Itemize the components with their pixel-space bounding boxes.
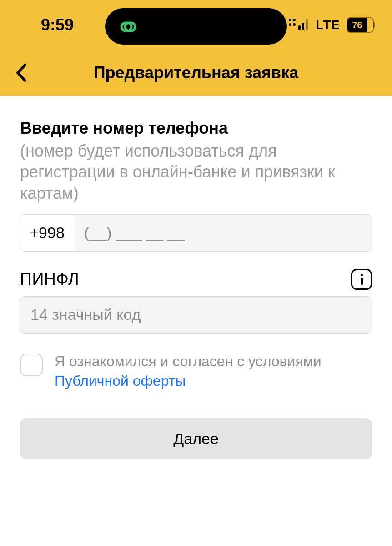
info-icon [361,274,363,285]
battery-icon: 76 [347,17,374,33]
page-title: Предварительная заявка [94,63,299,82]
consent-text: Я ознакомился и согласен с условиями Пуб… [55,352,322,391]
phone-input[interactable] [74,215,372,251]
link-icon [119,20,138,33]
svg-point-3 [293,23,296,26]
consent-checkbox[interactable] [20,354,43,376]
network-type: LTE [316,18,340,32]
next-button[interactable]: Далее [20,418,372,459]
chevron-left-icon [15,63,27,82]
dynamic-island [105,8,287,45]
svg-rect-4 [298,25,301,30]
signal-icon [288,17,309,33]
status-bar: 9:59 LTE 76 [0,0,392,50]
nav-bar: Предварительная заявка [0,50,392,96]
pinfl-input[interactable] [20,296,372,334]
consent-text-label: Я ознакомился и согласен с условиями [55,353,322,369]
back-button[interactable] [10,62,32,84]
phone-field-row: +998 [20,214,372,252]
battery-level: 76 [347,18,367,32]
phone-prefix[interactable]: +998 [20,215,74,251]
svg-rect-6 [306,19,308,30]
pinfl-label: ПИНФЛ [20,270,79,289]
svg-point-1 [293,19,296,21]
status-time: 9:59 [41,15,74,35]
main-content: Введите номер телефона (номер будет испо… [0,96,392,459]
status-right: LTE 76 [288,17,374,33]
svg-rect-5 [302,23,304,30]
phone-sublabel: (номер будет использоваться для регистра… [20,141,372,204]
consent-row: Я ознакомился и согласен с условиями Пуб… [20,352,372,391]
public-offer-link[interactable]: Публичной оферты [55,373,186,389]
phone-label: Введите номер телефона [20,117,372,140]
svg-point-2 [289,23,291,26]
pinfl-info-button[interactable] [351,269,372,290]
svg-point-0 [289,19,291,21]
